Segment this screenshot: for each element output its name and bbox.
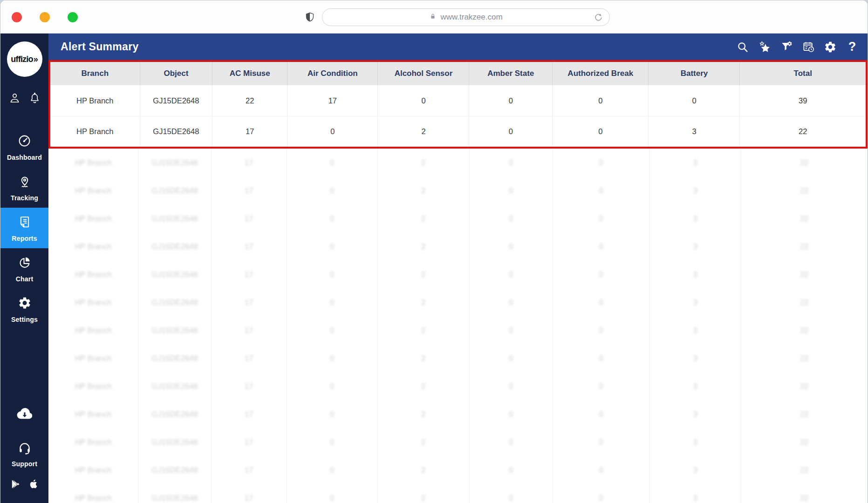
table-cell: GJ15DE2648 [138,149,211,177]
table-cell: HP Branch [50,85,140,116]
table-cell: 0 [553,288,649,316]
table-cell: 22 [741,428,868,456]
table-cell: 0 [470,484,553,503]
sidebar-nav: Dashboard Tracking [0,127,48,329]
google-play-icon[interactable] [10,479,21,491]
user-icon[interactable] [8,92,21,104]
table-cell: 2 [378,316,470,344]
column-header[interactable]: AC Misuse [212,62,287,85]
table-cell: 22 [741,316,868,344]
table-cell: GJ15DE2648 [138,177,211,204]
cloud-download-icon[interactable] [14,405,35,424]
table-cell: GJ15DE2648 [138,484,211,503]
column-header[interactable]: Alcohol Sensor [378,62,469,85]
sidebar-item-reports[interactable]: Reports [0,208,48,248]
table-cell: 2 [378,288,470,316]
table-cell: 0 [287,316,378,344]
table-cell: HP Branch [48,428,138,456]
table-cell: 17 [212,484,287,503]
table-cell: 0 [378,85,469,116]
column-header[interactable]: Battery [649,62,740,85]
headset-icon [17,441,32,457]
traffic-lights [12,12,78,22]
table-cell: 17 [212,316,287,344]
maximize-window-button[interactable] [68,12,78,22]
table-cell: 0 [287,149,378,177]
table-cell: HP Branch [48,149,138,177]
filter-icon[interactable] [779,39,794,55]
table-cell: 3 [649,204,741,232]
table-cell: GJ15DE2648 [138,400,211,428]
help-icon[interactable]: ? [844,39,860,55]
table-row: HP BranchGJ15DE2648170200322 [48,288,868,316]
table-cell: 0 [553,456,649,484]
favorites-star-icon[interactable] [757,39,772,55]
table-cell: 2 [378,344,470,372]
column-header[interactable]: Total [740,62,866,85]
sidebar-item-label: Chart [16,275,34,283]
table-cell: 17 [212,232,287,260]
search-icon[interactable] [735,39,751,55]
sidebar-item-dashboard[interactable]: Dashboard [0,127,48,167]
table-cell: 2 [378,116,469,147]
table-cell: 22 [741,372,868,400]
table-cell: 0 [287,288,378,316]
sidebar-item-label: Reports [12,235,37,242]
table-row: HP BranchGJ15DE2648170200322 [48,484,868,503]
table-cell: 22 [741,177,868,204]
table-cell: 0 [470,372,553,400]
table-cell: 22 [741,484,868,503]
notifications-bell-icon[interactable] [29,92,41,104]
table-cell: 0 [553,484,649,503]
shield-icon[interactable] [304,11,315,23]
table-cell: 0 [287,204,378,232]
table-cell: GJ15DE2648 [138,428,211,456]
table-cell: 0 [287,260,378,288]
table-cell: 3 [649,177,741,204]
schedule-calendar-icon[interactable] [800,39,816,55]
sidebar-item-tracking[interactable]: Tracking [0,167,48,208]
support-label: Support [12,460,37,468]
lock-icon [429,13,437,22]
column-header[interactable]: Branch [50,62,140,85]
table-cell: 0 [470,204,553,232]
sidebar-item-chart[interactable]: Chart [0,248,48,289]
url-bar[interactable]: www.trakzee.com [322,8,610,26]
table-cell: HP Branch [48,484,138,503]
table-cell: 0 [470,344,553,372]
table-row: HP BranchGJ15DE2648170200322 [48,372,868,400]
table-cell: GJ15DE2648 [138,456,211,484]
table-cell: 17 [212,149,287,177]
table-cell: 0 [553,204,649,232]
table-cell: 0 [287,116,378,147]
close-window-button[interactable] [12,12,22,22]
table-cell: 17 [212,204,287,232]
support-button[interactable]: Support [12,441,37,468]
table-cell: 2 [378,428,470,456]
sidebar-item-settings[interactable]: Settings [0,289,48,329]
settings-gear-icon[interactable] [822,39,838,55]
column-header[interactable]: Amber State [469,62,553,85]
table-cell: 3 [649,288,741,316]
column-header[interactable]: Air Condition [287,62,378,85]
table-cell: GJ15DE2648 [138,372,211,400]
column-header[interactable]: Object [140,62,213,85]
table-cell: 0 [649,85,740,116]
dashboard-icon [17,134,32,150]
sidebar-item-label: Dashboard [7,154,42,161]
table-cell: 2 [378,149,470,177]
logo-arrow-icon: » [34,54,38,64]
minimize-window-button[interactable] [40,12,50,22]
browser-window: www.trakzee.com uffizio» [0,0,868,503]
pie-chart-icon [18,255,32,272]
table-cell: 3 [649,149,741,177]
table-cell: 0 [287,232,378,260]
column-header[interactable]: Authorized Break [553,62,649,85]
table-cell: 22 [741,260,868,288]
table-cell: 3 [649,344,741,372]
reload-icon[interactable] [593,12,603,22]
table-row: HP BranchGJ15DE2648170200322 [48,400,868,428]
apple-icon[interactable] [28,478,39,492]
table-cell: 0 [287,177,378,204]
table-row: HP BranchGJ15DE2648170200322 [48,204,868,232]
